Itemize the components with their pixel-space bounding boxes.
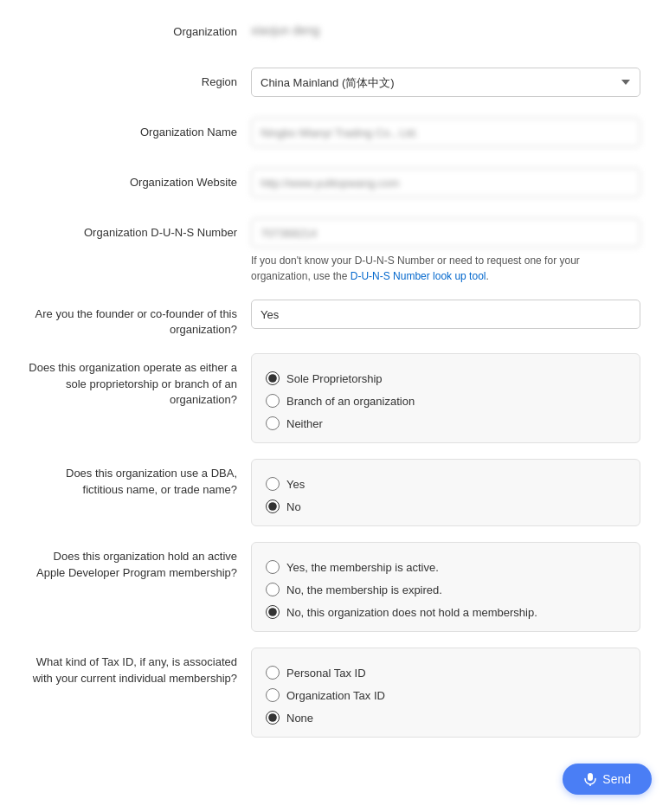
region-row: Region China Mainland (简体中文) United Stat… <box>26 68 643 102</box>
founder-row: Are you the founder or co-founder of thi… <box>26 300 643 338</box>
dba-option-yes[interactable]: Yes <box>266 477 626 491</box>
dba-row: Does this organization use a DBA, fictit… <box>26 459 643 526</box>
duns-row: Organization D-U-N-S Number If you don't… <box>26 218 643 284</box>
sole-prop-radio-neither[interactable] <box>266 416 280 430</box>
send-button[interactable]: Send <box>563 764 652 795</box>
org-website-input[interactable] <box>251 168 640 197</box>
tax-id-radio-personal[interactable] <box>266 666 280 680</box>
dba-option-no[interactable]: No <box>266 499 626 513</box>
apple-membership-label: Does this organization hold an active Ap… <box>26 542 251 580</box>
tax-id-label-personal: Personal Tax ID <box>286 667 366 680</box>
apple-membership-radio-none[interactable] <box>266 605 280 619</box>
duns-hint: If you don't know your D-U-N-S Number or… <box>251 253 640 284</box>
org-website-label: Organization Website <box>26 168 251 190</box>
organization-label: Organization <box>26 17 251 40</box>
region-select-wrapper: China Mainland (简体中文) United States <box>251 68 640 97</box>
org-website-control-area <box>251 168 643 197</box>
sole-prop-radio-sole[interactable] <box>266 371 280 385</box>
organization-value-area: xiaojun deng <box>251 17 643 37</box>
duns-label: Organization D-U-N-S Number <box>26 218 251 241</box>
org-name-row: Organization Name <box>26 118 643 152</box>
form-container: Organization xiaojun deng Region China M… <box>0 0 669 812</box>
founder-label: Are you the founder or co-founder of thi… <box>26 300 251 338</box>
sole-prop-label-neither: Neither <box>286 417 323 430</box>
tax-id-radio-org[interactable] <box>266 688 280 702</box>
apple-membership-control-area: Yes, the membership is active. No, the m… <box>251 542 643 632</box>
apple-membership-option-none[interactable]: No, this organization does not hold a me… <box>266 605 626 619</box>
tax-id-option-org[interactable]: Organization Tax ID <box>266 688 626 702</box>
tax-id-label: What kind of Tax ID, if any, is associat… <box>26 648 251 686</box>
tax-id-option-none[interactable]: None <box>266 711 626 725</box>
dba-label-no: No <box>286 500 301 513</box>
sole-prop-control-area: Sole Proprietorship Branch of an organiz… <box>251 353 643 443</box>
region-label: Region <box>26 68 251 90</box>
apple-membership-radio-group: Yes, the membership is active. No, the m… <box>266 555 626 619</box>
organization-value: xiaojun deng <box>251 17 643 37</box>
apple-membership-label-none: No, this organization does not hold a me… <box>286 606 537 619</box>
dba-radio-no[interactable] <box>266 499 280 513</box>
sole-prop-label-sole: Sole Proprietorship <box>286 372 383 385</box>
tax-id-row: What kind of Tax ID, if any, is associat… <box>26 648 643 738</box>
tax-id-radio-block: Personal Tax ID Organization Tax ID None <box>251 648 640 738</box>
apple-membership-row: Does this organization hold an active Ap… <box>26 542 643 632</box>
organization-row: Organization xiaojun deng <box>26 17 643 52</box>
dba-label: Does this organization use a DBA, fictit… <box>26 459 251 497</box>
founder-control-area <box>251 300 643 329</box>
region-control-area: China Mainland (简体中文) United States <box>251 68 643 97</box>
dba-radio-block: Yes No <box>251 459 640 526</box>
duns-control-area: If you don't know your D-U-N-S Number or… <box>251 218 643 284</box>
tax-id-radio-group: Personal Tax ID Organization Tax ID None <box>266 661 626 725</box>
dba-control-area: Yes No <box>251 459 643 526</box>
org-name-input[interactable] <box>251 118 640 147</box>
sole-prop-radio-block: Sole Proprietorship Branch of an organiz… <box>251 353 640 443</box>
duns-input[interactable] <box>251 218 640 248</box>
org-name-label: Organization Name <box>26 118 251 140</box>
founder-input[interactable] <box>251 300 640 329</box>
tax-id-label-org: Organization Tax ID <box>286 689 385 702</box>
apple-membership-option-expired[interactable]: No, the membership is expired. <box>266 583 626 596</box>
dba-radio-group: Yes No <box>266 472 626 513</box>
region-select[interactable]: China Mainland (简体中文) United States <box>251 68 640 97</box>
duns-hint-end: . <box>486 270 488 282</box>
duns-link[interactable]: D-U-N-S Number look up tool <box>351 270 486 282</box>
sole-prop-option-sole[interactable]: Sole Proprietorship <box>266 371 626 385</box>
sole-prop-label: Does this organization operate as either… <box>26 353 251 408</box>
apple-membership-label-expired: No, the membership is expired. <box>286 583 442 596</box>
tax-id-label-none: None <box>286 712 313 725</box>
send-button-label: Send <box>602 772 631 786</box>
dba-radio-yes[interactable] <box>266 477 280 491</box>
apple-membership-radio-expired[interactable] <box>266 583 280 596</box>
sole-prop-radio-branch[interactable] <box>266 394 280 408</box>
svg-rect-0 <box>588 773 593 781</box>
sole-prop-option-branch[interactable]: Branch of an organization <box>266 394 626 408</box>
tax-id-option-personal[interactable]: Personal Tax ID <box>266 666 626 680</box>
tax-id-radio-none[interactable] <box>266 711 280 725</box>
sole-prop-row: Does this organization operate as either… <box>26 353 643 443</box>
mic-icon <box>583 772 597 786</box>
apple-membership-radio-active[interactable] <box>266 560 280 574</box>
sole-prop-radio-group: Sole Proprietorship Branch of an organiz… <box>266 366 626 430</box>
sole-prop-option-neither[interactable]: Neither <box>266 416 626 430</box>
org-name-control-area <box>251 118 643 147</box>
tax-id-control-area: Personal Tax ID Organization Tax ID None <box>251 648 643 738</box>
apple-membership-option-active[interactable]: Yes, the membership is active. <box>266 560 626 574</box>
send-button-area: Send <box>563 764 652 795</box>
org-website-row: Organization Website <box>26 168 643 203</box>
apple-membership-label-active: Yes, the membership is active. <box>286 561 439 574</box>
sole-prop-label-branch: Branch of an organization <box>286 395 415 408</box>
dba-label-yes: Yes <box>286 478 305 491</box>
apple-membership-radio-block: Yes, the membership is active. No, the m… <box>251 542 640 632</box>
